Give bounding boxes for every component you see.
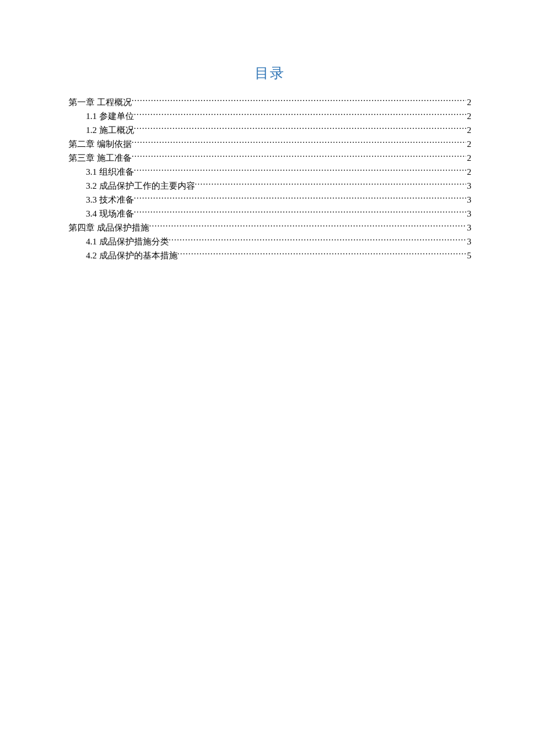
toc-entry[interactable]: 第四章 成品保护措施 3 (68, 221, 471, 235)
toc-page: 3 (466, 179, 472, 193)
toc-entry[interactable]: 3.2 成品保护工作的主要内容 3 (68, 179, 471, 193)
toc-entry[interactable]: 4.2 成品保护的基本措施 5 (68, 249, 471, 262)
toc-leader-dots (178, 250, 466, 258)
toc-leader-dots (132, 152, 466, 161)
toc-label: 1.1 参建单位 (86, 109, 134, 123)
toc-page: 5 (466, 249, 472, 262)
toc-entry[interactable]: 1.2 施工概况 2 (68, 123, 471, 137)
toc-entry[interactable]: 第一章 工程概况 2 (68, 95, 471, 109)
toc-leader-dots (149, 222, 466, 231)
toc-label: 第三章 施工准备 (68, 151, 132, 165)
toc-label: 4.1 成品保护措施分类 (86, 235, 169, 249)
toc-leader-dots (134, 194, 466, 203)
toc-entry[interactable]: 1.1 参建单位 2 (68, 109, 471, 123)
toc-page: 2 (466, 137, 472, 151)
toc-entry[interactable]: 3.4 现场准备 3 (68, 207, 471, 221)
toc-leader-dots (134, 166, 466, 175)
toc-label: 第四章 成品保护措施 (68, 221, 149, 235)
toc-entry[interactable]: 第三章 施工准备 2 (68, 151, 471, 165)
toc-leader-dots (132, 96, 466, 105)
toc-page: 2 (466, 123, 472, 137)
toc-label: 1.2 施工概况 (86, 123, 134, 137)
toc-page: 2 (466, 151, 472, 165)
toc-leader-dots (134, 208, 466, 217)
toc-title: 目录 (68, 64, 471, 82)
toc-label: 3.4 现场准备 (86, 207, 134, 221)
toc-list: 第一章 工程概况 2 1.1 参建单位 2 1.2 施工概况 2 第二章 编制依… (68, 95, 471, 262)
toc-label: 4.2 成品保护的基本措施 (86, 249, 178, 262)
toc-label: 3.2 成品保护工作的主要内容 (86, 179, 195, 193)
toc-page: 2 (466, 95, 472, 109)
toc-entry[interactable]: 4.1 成品保护措施分类 3 (68, 235, 471, 249)
toc-page: 3 (466, 207, 472, 221)
toc-label: 3.1 组织准备 (86, 165, 134, 179)
toc-label: 3.3 技术准备 (86, 193, 134, 207)
toc-page: 3 (466, 235, 472, 249)
toc-page: 3 (466, 193, 472, 207)
toc-leader-dots (134, 110, 466, 119)
toc-entry[interactable]: 3.1 组织准备 2 (68, 165, 471, 179)
toc-leader-dots (132, 138, 466, 147)
toc-label: 第一章 工程概况 (68, 95, 132, 109)
toc-page: 3 (466, 221, 472, 235)
toc-label: 第二章 编制依据 (68, 137, 132, 151)
toc-entry[interactable]: 第二章 编制依据 2 (68, 137, 471, 151)
toc-entry[interactable]: 3.3 技术准备 3 (68, 193, 471, 207)
toc-page: 2 (466, 165, 472, 179)
toc-leader-dots (134, 124, 466, 133)
toc-leader-dots (169, 236, 466, 244)
toc-page: 2 (466, 109, 472, 123)
toc-leader-dots (195, 180, 466, 189)
